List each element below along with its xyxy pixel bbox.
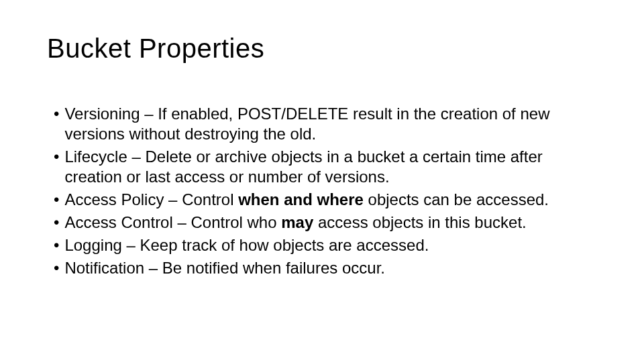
bullet-post: objects can be accessed. [364, 190, 549, 208]
bullet-icon: • [54, 147, 59, 187]
bullet-pre: Versioning – If enabled, POST/DELETE res… [64, 105, 549, 143]
bullet-text: Access Policy – Control when and where o… [64, 190, 597, 210]
list-item: • Logging – Keep track of how objects ar… [54, 235, 597, 255]
list-item: • Notification – Be notified when failur… [54, 258, 597, 278]
slide-title: Bucket Properties [47, 34, 597, 64]
list-item: • Access Control – Control who may acces… [54, 213, 597, 233]
list-item: • Access Policy – Control when and where… [54, 190, 597, 210]
bullet-list: • Versioning – If enabled, POST/DELETE r… [54, 104, 597, 278]
bullet-icon: • [54, 104, 59, 144]
bullet-bold: may [281, 213, 313, 231]
bullet-pre: Access Policy – Control [64, 190, 238, 208]
bullet-text: Access Control – Control who may access … [64, 213, 597, 233]
bullet-pre: Lifecycle – Delete or archive objects in… [64, 147, 542, 186]
bullet-text: Logging – Keep track of how objects are … [64, 235, 597, 255]
bullet-text: Lifecycle – Delete or archive objects in… [64, 147, 597, 187]
bullet-text: Notification – Be notified when failures… [64, 258, 597, 278]
bullet-bold: when and where [238, 190, 364, 208]
bullet-icon: • [54, 258, 59, 278]
bullet-post: access objects in this bucket. [313, 213, 526, 231]
bullet-icon: • [54, 213, 59, 233]
bullet-pre: Notification – Be notified when failures… [64, 259, 385, 277]
bullet-text: Versioning – If enabled, POST/DELETE res… [64, 104, 597, 144]
bullet-pre: Logging – Keep track of how objects are … [64, 236, 429, 254]
slide: Bucket Properties • Versioning – If enab… [0, 0, 644, 362]
list-item: • Versioning – If enabled, POST/DELETE r… [54, 104, 597, 144]
bullet-icon: • [54, 235, 59, 255]
list-item: • Lifecycle – Delete or archive objects … [54, 147, 597, 187]
bullet-icon: • [54, 190, 59, 210]
bullet-pre: Access Control – Control who [64, 213, 281, 231]
